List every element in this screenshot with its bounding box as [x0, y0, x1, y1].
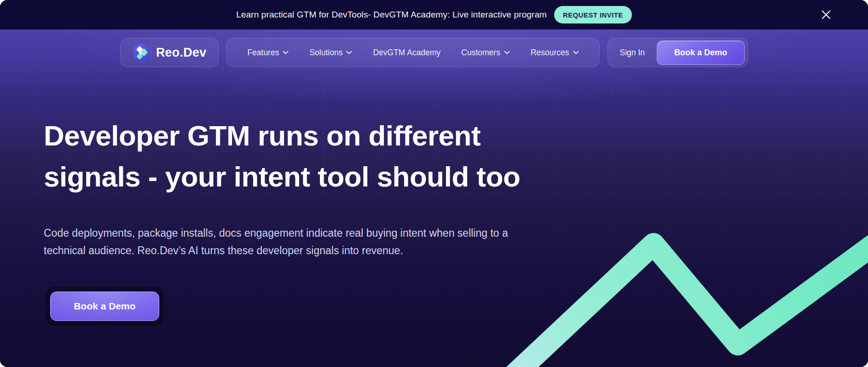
nav-item-label: Solutions	[309, 48, 342, 58]
announcement-text: Learn practical GTM for DevTools- DevGTM…	[236, 10, 547, 20]
logo[interactable]: Reo.Dev	[120, 38, 219, 67]
chevron-down-icon	[346, 51, 352, 54]
nav-item-features[interactable]: Features	[247, 48, 289, 58]
nav-item-label: Features	[247, 48, 279, 58]
navbar: Reo.Dev Features Solutions DevGTM Academ…	[0, 38, 868, 67]
nav-item-label: DevGTM Academy	[373, 48, 440, 58]
chevron-down-icon	[573, 51, 579, 54]
reodev-logo-icon	[133, 43, 151, 62]
announcement-bar: Learn practical GTM for DevTools- DevGTM…	[0, 0, 868, 29]
hero-heading-line2: signals - your intent tool should too	[44, 156, 520, 197]
request-invite-button[interactable]: REQUEST INVITE	[554, 6, 632, 23]
nav-item-label: Resources	[531, 48, 569, 58]
nav-item-resources[interactable]: Resources	[531, 48, 579, 58]
chevron-down-icon	[504, 51, 510, 54]
hero-cta-container: Book a Demo	[45, 286, 165, 326]
nav-item-customers[interactable]: Customers	[461, 48, 510, 58]
hero-book-demo-button[interactable]: Book a Demo	[50, 291, 159, 321]
nav-auth: Sign In Book a Demo	[608, 38, 748, 67]
hero-paragraph: Code deployments, package installs, docs…	[44, 225, 538, 259]
nav-book-demo-button[interactable]: Book a Demo	[657, 41, 745, 65]
hero-heading-line1: Developer GTM runs on different	[44, 115, 520, 156]
hero-section: Reo.Dev Features Solutions DevGTM Academ…	[0, 29, 868, 367]
nav-item-solutions[interactable]: Solutions	[309, 48, 352, 58]
nav-menu: Features Solutions DevGTM Academy Custom…	[226, 38, 599, 67]
logo-text: Reo.Dev	[156, 46, 206, 60]
close-icon	[821, 10, 831, 20]
landing-page: Learn practical GTM for DevTools- DevGTM…	[0, 0, 868, 367]
sign-in-link[interactable]: Sign In	[620, 48, 645, 58]
nav-item-devgtm-academy[interactable]: DevGTM Academy	[373, 48, 440, 58]
chevron-down-icon	[283, 51, 289, 54]
close-button[interactable]	[819, 8, 833, 22]
nav-item-label: Customers	[461, 48, 500, 58]
hero-heading: Developer GTM runs on different signals …	[44, 115, 520, 197]
